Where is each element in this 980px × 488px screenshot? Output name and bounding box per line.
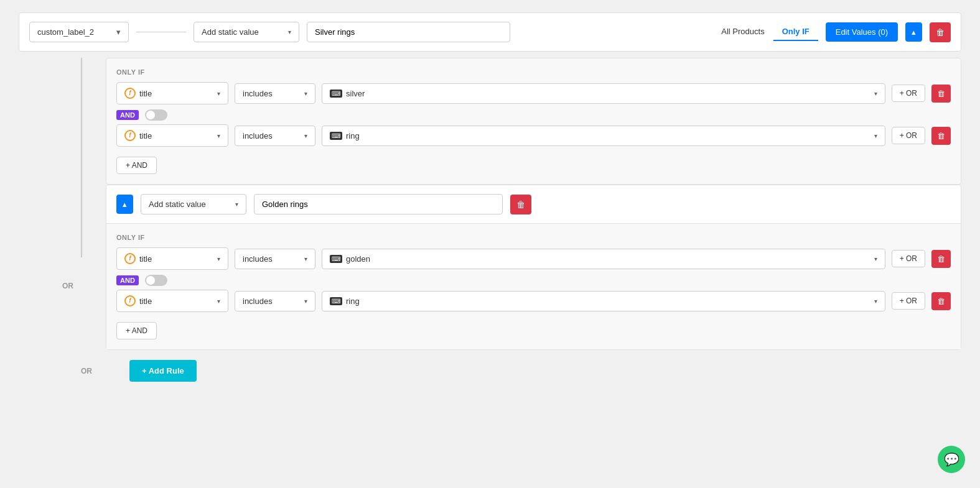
golden-rings-input[interactable] bbox=[254, 194, 503, 214]
delete-rule2-btn[interactable]: 🗑 bbox=[510, 195, 531, 214]
value-dropdown-1b[interactable]: ⌨ ring ▾ bbox=[322, 126, 885, 146]
field-label-1b: title bbox=[139, 131, 152, 140]
rule2-static-label: Add static value bbox=[149, 200, 206, 209]
and-row-2: AND bbox=[116, 275, 951, 286]
operator-label-2a: includes bbox=[243, 254, 273, 264]
connector-line bbox=[136, 32, 186, 32]
delete-condition-2b[interactable]: 🗑 bbox=[931, 292, 951, 310]
delete-condition-1b[interactable]: 🗑 bbox=[931, 127, 951, 145]
rule2-add-static-dropdown[interactable]: Add static value ▾ bbox=[141, 194, 246, 214]
and-badge-2: AND bbox=[116, 275, 139, 285]
header-row: custom_label_2 ▾ Add static value ▾ All … bbox=[19, 12, 961, 52]
add-and-btn-2[interactable]: + AND bbox=[116, 322, 157, 339]
add-static-label: Add static value bbox=[202, 27, 259, 37]
value-dropdown-1a[interactable]: ⌨ silver ▾ bbox=[322, 83, 885, 104]
condition-row-1: f title ▾ includes ▾ ⌨ silver ▾ + OR 🗑 bbox=[116, 82, 951, 104]
keyboard-icon: ⌨ bbox=[330, 90, 342, 98]
field-dropdown-1a[interactable]: f title ▾ bbox=[116, 82, 228, 104]
rule2-conditions: ONLY IF f title ▾ includes ▾ ⌨ golden bbox=[106, 223, 961, 349]
or-btn-1a[interactable]: + OR bbox=[892, 85, 925, 102]
chevron-down-icon: ▾ bbox=[304, 298, 307, 305]
chevron-down-icon: ▾ bbox=[288, 29, 291, 35]
add-rule-btn[interactable]: + Add Rule bbox=[129, 360, 197, 382]
f-icon: f bbox=[124, 88, 136, 99]
keyboard-icon: ⌨ bbox=[330, 297, 342, 305]
field-dropdown-2b[interactable]: f title ▾ bbox=[116, 290, 228, 312]
chevron-down-icon: ▾ bbox=[304, 256, 307, 262]
chevron-down-icon: ▾ bbox=[874, 298, 877, 305]
f-icon: f bbox=[124, 295, 136, 306]
condition-row-2b: f title ▾ includes ▾ ⌨ ring ▾ + OR 🗑 bbox=[116, 290, 951, 312]
field-label-2a: title bbox=[139, 254, 152, 264]
move-up-btn[interactable]: ▴ bbox=[905, 22, 922, 42]
chevron-down-icon: ▾ bbox=[304, 132, 307, 139]
chevron-down-icon: ▾ bbox=[874, 132, 877, 139]
f-icon: f bbox=[124, 253, 136, 264]
chat-icon: 💬 bbox=[944, 452, 959, 467]
operator-label-1b: includes bbox=[243, 131, 273, 140]
or-btn-2a[interactable]: + OR bbox=[892, 250, 925, 267]
chevron-down-icon: ▾ bbox=[304, 90, 307, 97]
chevron-down-icon: ▾ bbox=[874, 90, 877, 97]
delete-rule1-btn[interactable]: 🗑 bbox=[930, 22, 951, 42]
field-dropdown-2a[interactable]: f title ▾ bbox=[116, 247, 228, 270]
and-toggle-2[interactable] bbox=[145, 275, 167, 286]
condition-row-1b: f title ▾ includes ▾ ⌨ ring ▾ + OR 🗑 bbox=[116, 124, 951, 147]
main-content: OR ONLY IF f title ▾ includes ▾ bbox=[81, 58, 961, 382]
only-if-label-1: ONLY IF bbox=[116, 68, 951, 76]
add-rule-row: OR + Add Rule bbox=[81, 360, 961, 382]
chevron-down-icon: ▾ bbox=[217, 132, 220, 139]
field-dropdown-1b[interactable]: f title ▾ bbox=[116, 124, 228, 147]
and-row-1: AND bbox=[116, 109, 951, 121]
and-badge-1: AND bbox=[116, 110, 139, 120]
product-toggle-group: All Products Only IF bbox=[712, 23, 818, 41]
value-text-2a: golden bbox=[346, 254, 370, 264]
rule2-up-btn[interactable]: ▴ bbox=[116, 195, 133, 214]
operator-dropdown-2b[interactable]: includes ▾ bbox=[235, 291, 315, 311]
keyboard-icon: ⌨ bbox=[330, 255, 342, 263]
operator-dropdown-1b[interactable]: includes ▾ bbox=[235, 126, 315, 146]
value-text-2b: ring bbox=[346, 297, 360, 306]
or-btn-2b[interactable]: + OR bbox=[892, 292, 925, 310]
chevron-down-icon: ▾ bbox=[235, 201, 238, 208]
value-text-1b: ring bbox=[346, 131, 360, 140]
all-products-btn[interactable]: All Products bbox=[712, 23, 773, 41]
chevron-down-icon: ▾ bbox=[116, 27, 121, 37]
custom-label-box[interactable]: custom_label_2 ▾ bbox=[29, 22, 129, 42]
rule1-block: ONLY IF f title ▾ includes ▾ ⌨ silver bbox=[106, 58, 961, 185]
delete-condition-2a[interactable]: 🗑 bbox=[931, 250, 951, 268]
chevron-down-icon: ▾ bbox=[874, 256, 877, 262]
chevron-down-icon: ▾ bbox=[217, 256, 220, 262]
chat-bubble-btn[interactable]: 💬 bbox=[938, 446, 965, 473]
or-separator-label: OR bbox=[62, 282, 73, 290]
operator-dropdown-2a[interactable]: includes ▾ bbox=[235, 249, 315, 269]
delete-condition-1a[interactable]: 🗑 bbox=[931, 85, 951, 103]
or-separator-2: OR bbox=[81, 367, 92, 375]
rule2-header: ▴ Add static value ▾ 🗑 ONLY IF f title ▾ bbox=[106, 185, 961, 350]
or-btn-1b[interactable]: + OR bbox=[892, 127, 925, 144]
value-text-1a: silver bbox=[346, 89, 365, 98]
operator-label-1a: includes bbox=[243, 89, 273, 98]
field-label-2b: title bbox=[139, 297, 152, 306]
keyboard-icon: ⌨ bbox=[330, 132, 342, 140]
operator-label-2b: includes bbox=[243, 297, 273, 306]
add-and-btn-1[interactable]: + AND bbox=[116, 157, 157, 174]
field-label-1a: title bbox=[139, 89, 152, 98]
only-if-btn[interactable]: Only IF bbox=[773, 23, 818, 41]
and-toggle-1[interactable] bbox=[145, 109, 167, 121]
vertical-connector bbox=[81, 58, 82, 257]
only-if-label-2: ONLY IF bbox=[116, 234, 951, 241]
f-icon: f bbox=[124, 130, 136, 141]
custom-label-text: custom_label_2 bbox=[37, 27, 94, 37]
condition-row-2a: f title ▾ includes ▾ ⌨ golden ▾ + OR 🗑 bbox=[116, 247, 951, 270]
silver-rings-input[interactable] bbox=[307, 22, 510, 42]
edit-values-btn[interactable]: Edit Values (0) bbox=[826, 22, 898, 42]
value-dropdown-2a[interactable]: ⌨ golden ▾ bbox=[322, 249, 885, 269]
operator-dropdown-1a[interactable]: includes ▾ bbox=[235, 83, 315, 104]
chevron-down-icon: ▾ bbox=[217, 90, 220, 97]
chevron-down-icon: ▾ bbox=[217, 298, 220, 305]
value-dropdown-2b[interactable]: ⌨ ring ▾ bbox=[322, 291, 885, 311]
add-static-value-dropdown[interactable]: Add static value ▾ bbox=[194, 22, 299, 42]
